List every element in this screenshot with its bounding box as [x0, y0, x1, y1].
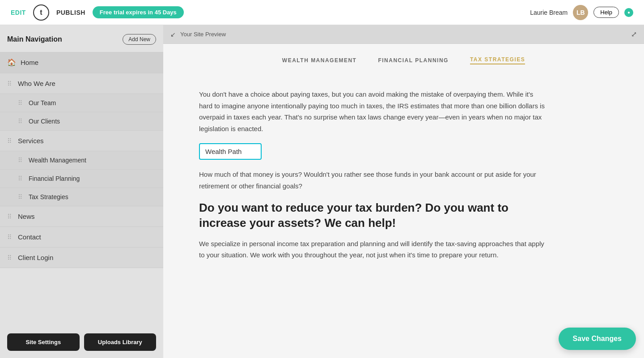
save-changes-button[interactable]: Save Changes: [559, 328, 636, 350]
preview-bar: ↙ Your Site Preview ⤢: [163, 25, 644, 44]
sidebar: Main Navigation Add New 🏠 Home ⠿ Who We …: [0, 25, 163, 358]
uploads-library-button[interactable]: Uploads Library: [84, 333, 157, 351]
notification-dot[interactable]: ●: [624, 8, 633, 17]
drag-icon: ⠿: [7, 213, 12, 220]
site-nav: WEALTH MANAGEMENT FINANCIAL PLANNING TAX…: [190, 44, 617, 75]
drag-icon: ⠿: [7, 234, 12, 241]
drag-icon: ⠿: [18, 118, 22, 125]
home-icon: 🏠: [7, 58, 16, 67]
body-paragraph-2: How much of that money is yours? Wouldn'…: [199, 169, 548, 192]
site-nav-tax-strategies[interactable]: TAX STRATEGIES: [470, 56, 525, 64]
main-layout: Main Navigation Add New 🏠 Home ⠿ Who We …: [0, 25, 644, 358]
sidebar-item-services[interactable]: ⠿ Services: [0, 131, 163, 151]
logo-icon[interactable]: t: [33, 4, 49, 21]
edit-label[interactable]: EDIT: [11, 9, 26, 16]
drag-icon: ⠿: [18, 99, 22, 107]
drag-icon: ⠿: [7, 137, 12, 145]
drag-icon: ⠿: [7, 80, 12, 87]
sidebar-header: Main Navigation Add New: [0, 34, 163, 52]
sidebar-item-label: Our Clients: [29, 118, 60, 125]
drag-icon: ⠿: [18, 157, 22, 164]
sidebar-item-wealth-management[interactable]: ⠿ Wealth Management: [0, 151, 163, 170]
drag-icon: ⠿: [18, 175, 22, 182]
sidebar-item-label: Financial Planning: [29, 175, 80, 182]
sidebar-item-contact[interactable]: ⠿ Contact: [0, 227, 163, 247]
sidebar-item-label: Who We Are: [18, 80, 55, 87]
sidebar-item-label: Tax Strategies: [29, 193, 68, 200]
top-bar-left: EDIT t PUBLISH Free trial expires in 45 …: [11, 4, 184, 21]
top-bar: EDIT t PUBLISH Free trial expires in 45 …: [0, 0, 644, 25]
sidebar-item-our-clients[interactable]: ⠿ Our Clients: [0, 112, 163, 131]
help-button[interactable]: Help: [593, 7, 619, 18]
drag-icon: ⠿: [7, 254, 12, 261]
sidebar-item-label: Client Login: [18, 254, 53, 261]
site-nav-financial-planning[interactable]: FINANCIAL PLANNING: [378, 57, 448, 64]
site-settings-button[interactable]: Site Settings: [7, 333, 80, 351]
user-name: Laurie Bream: [530, 9, 568, 16]
body-paragraph-1: You don't have a choice about paying tax…: [199, 89, 548, 134]
site-nav-wealth-management[interactable]: WEALTH MANAGEMENT: [282, 57, 357, 64]
site-preview: WEALTH MANAGEMENT FINANCIAL PLANNING TAX…: [163, 44, 644, 358]
sidebar-item-label: Services: [18, 137, 44, 145]
content-body: You don't have a choice about paying tax…: [190, 75, 557, 279]
sidebar-item-our-team[interactable]: ⠿ Our Team: [0, 94, 163, 112]
sidebar-item-label: News: [18, 213, 35, 220]
sidebar-item-financial-planning[interactable]: ⠿ Financial Planning: [0, 170, 163, 188]
preview-bar-label: Your Site Preview: [180, 31, 226, 38]
sidebar-item-tax-strategies[interactable]: ⠿ Tax Strategies: [0, 188, 163, 206]
preview-area: ↙ Your Site Preview ⤢ WEALTH MANAGEMENT …: [163, 25, 644, 358]
sidebar-bottom: Site Settings Uploads Library: [0, 326, 163, 358]
avatar[interactable]: LB: [573, 5, 588, 20]
expand-icon[interactable]: ⤢: [631, 30, 637, 38]
arrow-icon: ↙: [170, 31, 176, 38]
add-new-button[interactable]: Add New: [123, 34, 156, 45]
sidebar-item-label: Our Team: [29, 99, 56, 107]
sidebar-item-label: Home: [21, 59, 38, 66]
sidebar-item-client-login[interactable]: ⠿ Client Login: [0, 247, 163, 268]
top-bar-right: Laurie Bream LB Help ●: [530, 5, 633, 20]
drag-icon: ⠿: [18, 193, 22, 200]
publish-label[interactable]: PUBLISH: [56, 9, 85, 16]
trial-badge[interactable]: Free trial expires in 45 Days: [93, 6, 184, 18]
main-heading: Do you want to reduce your tax burden? D…: [199, 200, 548, 231]
sidebar-item-label: Wealth Management: [29, 157, 86, 164]
body-paragraph-3: We specialize in personal income tax pre…: [199, 238, 548, 261]
sidebar-item-who-we-are[interactable]: ⠿ Who We Are: [0, 73, 163, 94]
sidebar-item-label: Contact: [18, 233, 41, 241]
editable-title-input[interactable]: [199, 143, 262, 160]
sidebar-item-home[interactable]: 🏠 Home: [0, 52, 163, 73]
sidebar-item-news[interactable]: ⠿ News: [0, 206, 163, 227]
sidebar-title: Main Navigation: [7, 35, 62, 43]
